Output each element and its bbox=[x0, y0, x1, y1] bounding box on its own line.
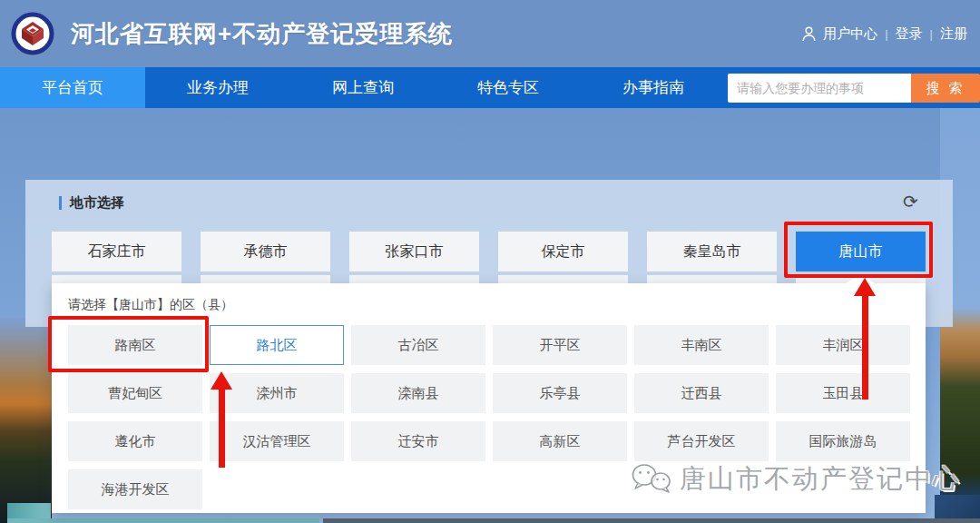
district-button-leting[interactable]: 乐亭县 bbox=[493, 373, 627, 413]
district-button-kaiping[interactable]: 开平区 bbox=[493, 325, 627, 365]
city-button-baoding[interactable]: 保定市 bbox=[498, 232, 628, 271]
district-button-guye[interactable]: 古冶区 bbox=[351, 325, 485, 365]
district-button-yutian[interactable]: 玉田县 bbox=[776, 373, 910, 413]
page: 河北省互联网+不动产登记受理系统 用户中心 | 登录 | 注册 平台首页 业务办… bbox=[0, 0, 980, 523]
annotation-box-tangshan bbox=[784, 222, 933, 278]
district-button-lubei-selected[interactable]: 路北区 bbox=[210, 325, 344, 365]
district-button-haigang[interactable]: 海港开发区 bbox=[68, 469, 202, 509]
user-area: 用户中心 | 登录 | 注册 bbox=[802, 0, 967, 67]
title-accent-bar bbox=[59, 196, 62, 210]
annotation-arrow-tangshan-head bbox=[854, 278, 876, 296]
search-box: 搜 索 bbox=[728, 74, 980, 103]
district-button-luannan[interactable]: 滦南县 bbox=[351, 373, 485, 413]
watermark-text: 唐山市不动产登记中心 bbox=[680, 461, 961, 498]
district-button-qianxi[interactable]: 迁西县 bbox=[634, 373, 769, 413]
background-mountain-left bbox=[0, 318, 52, 523]
login-link[interactable]: 登录 bbox=[896, 25, 923, 43]
user-icon bbox=[802, 26, 816, 42]
city-panel-title: 地市选择 bbox=[59, 194, 124, 212]
district-button-qianan[interactable]: 迁安市 bbox=[351, 421, 485, 461]
city-button-qinhuangdao[interactable]: 秦皇岛市 bbox=[647, 232, 777, 271]
nav-tab-online-query[interactable]: 网上查询 bbox=[290, 67, 436, 108]
header: 河北省互联网+不动产登记受理系统 用户中心 | 登录 | 注册 bbox=[0, 0, 980, 67]
nav-tab-home[interactable]: 平台首页 bbox=[0, 67, 145, 108]
wechat-icon bbox=[631, 462, 672, 497]
district-button-caofeidian[interactable]: 曹妃甸区 bbox=[68, 373, 202, 413]
nav-tab-special-zone[interactable]: 特色专区 bbox=[436, 67, 581, 108]
site-logo-icon bbox=[11, 12, 54, 55]
annotation-box-lunan bbox=[48, 316, 209, 372]
district-button-gaoxin[interactable]: 高新区 bbox=[493, 421, 627, 461]
district-button-fengnan[interactable]: 丰南区 bbox=[634, 325, 769, 365]
site-title: 河北省互联网+不动产登记受理系统 bbox=[71, 0, 453, 67]
nav-tab-guide[interactable]: 办事指南 bbox=[581, 67, 726, 108]
separator: | bbox=[885, 27, 887, 41]
footer-teal-line bbox=[7, 518, 319, 523]
footer-slate-line bbox=[323, 518, 980, 523]
district-button-intl-tourism-island[interactable]: 国际旅游岛 bbox=[776, 421, 910, 461]
search-input[interactable] bbox=[728, 74, 911, 103]
city-button-zhangjiakou[interactable]: 张家口市 bbox=[349, 232, 479, 271]
refresh-icon[interactable]: ⟳ bbox=[903, 191, 918, 212]
district-panel-title: 请选择【唐山市】的区（县） bbox=[68, 297, 233, 313]
district-button-fengrun[interactable]: 丰润区 bbox=[776, 325, 910, 365]
user-center-link[interactable]: 用户中心 bbox=[823, 25, 877, 43]
district-button-lutai[interactable]: 芦台开发区 bbox=[634, 421, 769, 461]
city-button-shijiazhuang[interactable]: 石家庄市 bbox=[52, 232, 181, 271]
annotation-arrow-lunan-shaft bbox=[219, 388, 225, 468]
main-nav: 平台首页 业务办理 网上查询 特色专区 办事指南 搜 索 bbox=[0, 67, 980, 108]
nav-tab-business[interactable]: 业务办理 bbox=[145, 67, 290, 108]
register-link[interactable]: 注册 bbox=[940, 25, 967, 43]
watermark: 唐山市不动产登记中心 bbox=[631, 461, 961, 498]
district-button-zunhua[interactable]: 遵化市 bbox=[68, 421, 202, 461]
city-button-chengde[interactable]: 承德市 bbox=[201, 232, 330, 271]
annotation-arrow-tangshan-shaft bbox=[862, 294, 868, 400]
search-button[interactable]: 搜 索 bbox=[911, 74, 980, 103]
separator: | bbox=[930, 27, 933, 41]
district-button-hangu[interactable]: 汉沽管理区 bbox=[210, 421, 344, 461]
annotation-arrow-lunan-head bbox=[211, 371, 232, 390]
